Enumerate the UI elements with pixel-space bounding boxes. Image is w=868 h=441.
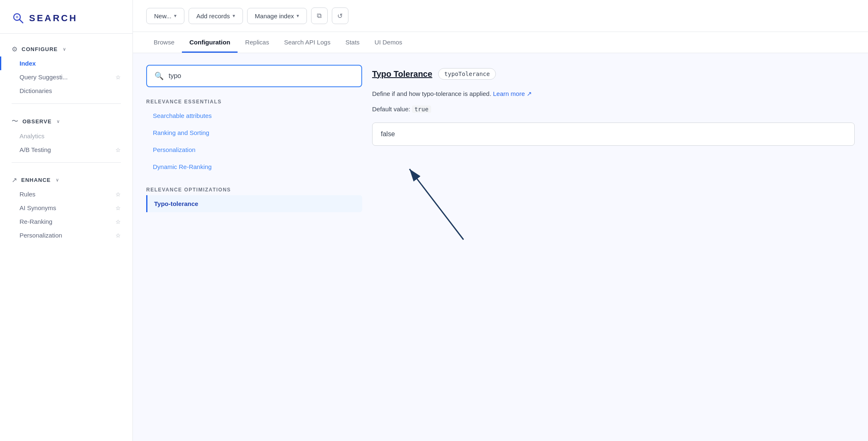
copy-icon: ⧉ — [317, 12, 321, 20]
sidebar-item-ai-synonyms[interactable]: AI Synonyms ☆ — [0, 201, 132, 215]
sidebar-item-label: Personalization — [20, 232, 62, 239]
tab-ui-demos-label: UI Demos — [375, 39, 402, 46]
detail-description-text: Define if and how typo-tolerance is appl… — [372, 90, 491, 97]
sidebar-item-label: Re-Ranking — [20, 218, 52, 225]
new-button[interactable]: New... ▾ — [146, 8, 184, 24]
enhance-items: Rules ☆ AI Synonyms ☆ Re-Ranking ☆ Perso… — [0, 187, 132, 242]
star-icon: ☆ — [115, 218, 121, 225]
enhance-label: ENHANCE — [21, 177, 51, 183]
detail-description: Define if and how typo-tolerance is appl… — [372, 89, 855, 99]
toolbar: New... ▾ Add records ▾ Manage index ▾ ⧉ … — [133, 0, 868, 32]
add-records-button[interactable]: Add records ▾ — [189, 8, 243, 24]
new-button-label: New... — [154, 12, 172, 20]
configure-items: Index Query Suggesti... ☆ Dictionaries — [0, 56, 132, 98]
tab-replicas[interactable]: Replicas — [238, 32, 277, 53]
svg-point-2 — [16, 16, 18, 18]
observe-header[interactable]: 〜 OBSERVE ∨ — [0, 114, 132, 129]
tabs-bar: Browse Configuration Replicas Search API… — [133, 32, 868, 53]
tab-configuration-label: Configuration — [189, 39, 230, 46]
tab-stats-label: Stats — [346, 39, 360, 46]
sidebar-item-label: Rules — [20, 191, 35, 198]
tab-replicas-label: Replicas — [245, 39, 269, 46]
add-records-label: Add records — [196, 12, 230, 20]
sidebar-item-analytics[interactable]: Analytics — [0, 129, 132, 143]
add-records-chevron-icon: ▾ — [233, 13, 235, 19]
observe-section: 〜 OBSERVE ∨ Analytics A/B Testing ☆ — [0, 105, 132, 161]
left-panel: 🔍 RELEVANCE ESSENTIALS Searchable attrib… — [146, 65, 362, 429]
tab-search-api-logs[interactable]: Search API Logs — [277, 32, 338, 53]
detail-default: Default value: true — [372, 105, 855, 113]
configure-label: CONFIGURE — [22, 46, 58, 52]
tab-configuration[interactable]: Configuration — [182, 32, 238, 53]
sidebar: SEARCH ⚙ CONFIGURE ∨ Index Query Suggest… — [0, 0, 133, 441]
main-content: New... ▾ Add records ▾ Manage index ▾ ⧉ … — [133, 0, 868, 441]
sidebar-item-index[interactable]: Index — [0, 56, 132, 70]
enhance-header[interactable]: ↗ ENHANCE ∨ — [0, 173, 132, 187]
svg-line-1 — [20, 20, 23, 23]
manage-index-chevron-icon: ▾ — [297, 13, 299, 19]
content-area: 🔍 RELEVANCE ESSENTIALS Searchable attrib… — [133, 53, 868, 441]
sidebar-item-dictionaries[interactable]: Dictionaries — [0, 84, 132, 98]
sidebar-item-label: Analytics — [20, 132, 44, 140]
list-item-dynamic-re-ranking[interactable]: Dynamic Re-Ranking — [146, 158, 362, 175]
svg-line-4 — [409, 169, 463, 240]
refresh-icon: ↺ — [337, 12, 343, 20]
arrow-svg — [397, 157, 480, 248]
star-icon: ☆ — [115, 191, 121, 198]
copy-button[interactable]: ⧉ — [311, 7, 328, 24]
learn-more-link[interactable]: Learn more ↗ — [493, 90, 532, 97]
detail-title: Typo Tolerance — [372, 69, 432, 79]
relevance-optimizations-header: RELEVANCE OPTIMIZATIONS — [146, 184, 362, 195]
configure-section: ⚙ CONFIGURE ∨ Index Query Suggesti... ☆ … — [0, 34, 132, 102]
tab-ui-demos[interactable]: UI Demos — [367, 32, 410, 53]
list-item-ranking-sorting[interactable]: Ranking and Sorting — [146, 124, 362, 141]
star-icon: ☆ — [115, 147, 121, 153]
configure-icon: ⚙ — [12, 45, 17, 53]
app-logo: SEARCH — [0, 0, 132, 34]
enhance-section: ↗ ENHANCE ∨ Rules ☆ AI Synonyms ☆ Re-Ran… — [0, 164, 132, 246]
list-item-searchable-attributes[interactable]: Searchable attributes — [146, 107, 362, 124]
sidebar-divider-1 — [12, 103, 121, 104]
sidebar-item-query-suggestions[interactable]: Query Suggesti... ☆ — [0, 70, 132, 84]
tab-stats[interactable]: Stats — [338, 32, 367, 53]
observe-icon: 〜 — [12, 117, 18, 126]
right-panel: Typo Tolerance typoTolerance Define if a… — [372, 65, 855, 429]
refresh-button[interactable]: ↺ — [332, 7, 348, 24]
tab-browse[interactable]: Browse — [146, 32, 182, 53]
tab-search-api-logs-label: Search API Logs — [284, 39, 331, 46]
observe-items: Analytics A/B Testing ☆ — [0, 129, 132, 157]
sidebar-item-personalization[interactable]: Personalization ☆ — [0, 228, 132, 242]
sidebar-item-label: Index — [20, 60, 36, 67]
app-name: SEARCH — [29, 13, 78, 24]
detail-default-value: true — [412, 105, 431, 113]
configure-chevron: ∨ — [63, 47, 66, 52]
sidebar-item-rules[interactable]: Rules ☆ — [0, 187, 132, 201]
manage-index-label: Manage index — [255, 12, 294, 20]
enhance-icon: ↗ — [12, 176, 17, 184]
sidebar-item-label: AI Synonyms — [20, 204, 56, 211]
detail-current-value: false — [372, 122, 855, 146]
detail-badge: typoTolerance — [438, 68, 496, 80]
star-icon: ☆ — [115, 74, 121, 81]
configure-header[interactable]: ⚙ CONFIGURE ∨ — [0, 42, 132, 56]
search-box[interactable]: 🔍 — [146, 65, 362, 87]
observe-label: OBSERVE — [22, 118, 51, 125]
relevance-optimizations-section: RELEVANCE OPTIMIZATIONS Typo-tolerance — [146, 184, 362, 212]
list-item-typo-tolerance[interactable]: Typo-tolerance — [146, 195, 362, 212]
detail-title-row: Typo Tolerance typoTolerance — [372, 68, 855, 80]
search-input[interactable] — [169, 72, 354, 80]
sidebar-item-ab-testing[interactable]: A/B Testing ☆ — [0, 143, 132, 157]
star-icon: ☆ — [115, 205, 121, 211]
sidebar-item-label: A/B Testing — [20, 146, 51, 153]
enhance-chevron: ∨ — [56, 177, 59, 183]
list-item-personalization[interactable]: Personalization — [146, 141, 362, 158]
arrow-annotation — [372, 157, 855, 248]
new-chevron-icon: ▾ — [174, 13, 177, 19]
manage-index-button[interactable]: Manage index ▾ — [247, 8, 307, 24]
sidebar-item-label: Query Suggesti... — [20, 74, 68, 81]
sidebar-divider-2 — [12, 162, 121, 163]
tab-browse-label: Browse — [154, 39, 174, 46]
sidebar-item-re-ranking[interactable]: Re-Ranking ☆ — [0, 215, 132, 228]
logo-icon — [12, 12, 25, 25]
relevance-essentials-header: RELEVANCE ESSENTIALS — [146, 96, 362, 107]
